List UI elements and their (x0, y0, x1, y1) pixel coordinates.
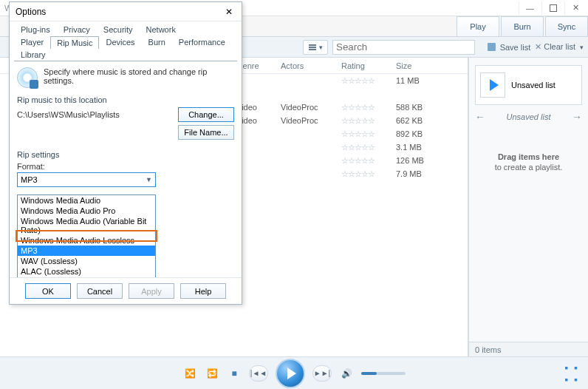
cell-size: 11 MB (396, 76, 440, 85)
cell-size: 3.1 MB (396, 143, 440, 152)
cell-rating[interactable]: ☆☆☆☆☆ (341, 116, 396, 126)
tab-sync[interactable]: Sync (545, 16, 588, 36)
format-label: Format: (17, 162, 234, 171)
clear-list-button[interactable]: Clear list (535, 42, 575, 52)
cell-rating[interactable]: ☆☆☆☆☆ (341, 103, 396, 112)
col-actors[interactable]: Actors (281, 61, 341, 70)
cell-rating[interactable]: ☆☆☆☆☆ (341, 169, 396, 179)
dialog-intro: Specify where music is stored and change… (44, 67, 234, 85)
cell-size: 588 KB (396, 103, 440, 112)
list-menu-chevron[interactable]: ▾ (580, 44, 584, 51)
cell-actors: VideoProc (281, 116, 341, 125)
cell-genre: Video (236, 103, 281, 112)
tab-library[interactable]: Library (14, 48, 52, 61)
rip-location-label: Rip music to this location (17, 95, 234, 104)
col-rating[interactable]: Rating (341, 61, 396, 70)
rip-settings-label: Rip settings (17, 150, 234, 159)
cell-size: 126 MB (396, 156, 440, 165)
volume-slider[interactable] (361, 372, 406, 375)
save-list-icon (488, 43, 496, 51)
format-option[interactable]: Windows Media Audio Lossless (18, 235, 155, 246)
save-list-button[interactable]: Save list (500, 43, 531, 52)
cell-rating[interactable]: ☆☆☆☆☆ (341, 129, 396, 139)
tab-player[interactable]: Player (14, 35, 50, 48)
format-option[interactable]: Windows Media Audio Pro (18, 206, 155, 216)
prev-list-button[interactable]: ← (475, 111, 485, 123)
ok-button[interactable]: OK (25, 283, 71, 299)
status-bar: 0 items (469, 342, 588, 356)
col-genre[interactable]: Genre (236, 61, 281, 70)
options-dialog: Options ✕ Plug-ins Privacy Security Netw… (9, 1, 242, 305)
col-size[interactable]: Size (396, 61, 440, 70)
file-name-button[interactable]: File Name... (178, 125, 234, 140)
format-option[interactable]: MP3 (18, 246, 155, 256)
mute-button[interactable]: 🔊 (339, 366, 354, 381)
next-list-button[interactable]: → (572, 111, 582, 123)
dialog-title: Options (16, 7, 46, 17)
stop-button[interactable]: ■ (227, 366, 242, 381)
tab-performance[interactable]: Performance (172, 35, 232, 48)
format-combo[interactable]: MP3 ▼ (17, 172, 156, 187)
tab-burn[interactable]: Burn (501, 16, 544, 36)
cell-rating[interactable]: ☆☆☆☆☆ (341, 156, 396, 166)
cell-size: 892 KB (396, 129, 440, 138)
cell-genre: Video (236, 116, 281, 125)
current-list-name: Unsaved list (507, 112, 551, 121)
format-option[interactable]: Windows Media Audio (18, 195, 155, 206)
play-pause-button[interactable] (276, 359, 305, 388)
repeat-button[interactable]: 🔁 (205, 366, 219, 381)
chevron-down-icon: ▼ (146, 176, 152, 183)
drop-title: Drag items here (498, 152, 559, 161)
tab-play[interactable]: Play (457, 16, 499, 36)
now-playing-panel: Unsaved list ← Unsaved list → Drag items… (468, 58, 588, 356)
playlist-tile-label: Unsaved list (511, 81, 555, 89)
player-controls: 🔀 🔁 ■ |◄◄ ►►| 🔊 ▪ ▪▪ ▪ (0, 356, 588, 389)
format-option[interactable]: WAV (Lossless) (18, 256, 155, 266)
format-value: MP3 (21, 175, 38, 184)
tab-network[interactable]: Network (140, 23, 182, 35)
format-option[interactable]: Windows Media Audio (Variable Bit Rate) (18, 216, 155, 235)
cell-size: 662 KB (396, 116, 440, 125)
close-button[interactable] (564, 1, 587, 15)
playlist-tile[interactable]: Unsaved list (475, 65, 582, 105)
tab-devices[interactable]: Devices (99, 35, 141, 48)
cell-rating[interactable]: ☆☆☆☆☆ (341, 143, 396, 152)
help-button[interactable]: Help (180, 283, 226, 299)
cancel-button[interactable]: Cancel (77, 283, 123, 299)
format-option[interactable]: FLAC (Lossless) (18, 277, 155, 277)
tab-plugins[interactable]: Plug-ins (14, 23, 57, 35)
play-icon (480, 72, 505, 98)
tab-privacy[interactable]: Privacy (57, 23, 97, 35)
next-track-button[interactable]: ►►| (312, 365, 332, 382)
shuffle-button[interactable]: 🔀 (182, 366, 197, 381)
apply-button[interactable]: Apply (129, 283, 174, 299)
mini-view-button[interactable]: ▪ ▪▪ ▪ (564, 362, 579, 385)
tab-security[interactable]: Security (97, 23, 140, 35)
drop-zone[interactable]: Drag items here to create a playlist. (469, 123, 588, 342)
tab-burn-options[interactable]: Burn (142, 35, 172, 48)
cell-size: 7.9 MB (396, 169, 440, 178)
drop-sub: to create a playlist. (495, 163, 563, 172)
search-input[interactable] (332, 40, 475, 55)
format-option[interactable]: ALAC (Lossless) (18, 266, 155, 277)
change-location-button[interactable]: Change... (178, 107, 234, 122)
cell-actors: VideoProc (281, 103, 341, 112)
view-mode-button[interactable] (303, 40, 328, 55)
dialog-close-button[interactable]: ✕ (222, 5, 236, 18)
maximize-button[interactable] (541, 1, 564, 15)
cell-rating[interactable]: ☆☆☆☆☆ (341, 76, 396, 86)
rip-music-icon (17, 67, 38, 88)
minimize-button[interactable] (519, 1, 541, 15)
tab-rip-music[interactable]: Rip Music (50, 36, 99, 49)
prev-track-button[interactable]: |◄◄ (249, 365, 268, 382)
format-dropdown[interactable]: Windows Media AudioWindows Media Audio P… (17, 194, 156, 277)
rip-path: C:\Users\WS\Music\Playlists (17, 110, 120, 119)
